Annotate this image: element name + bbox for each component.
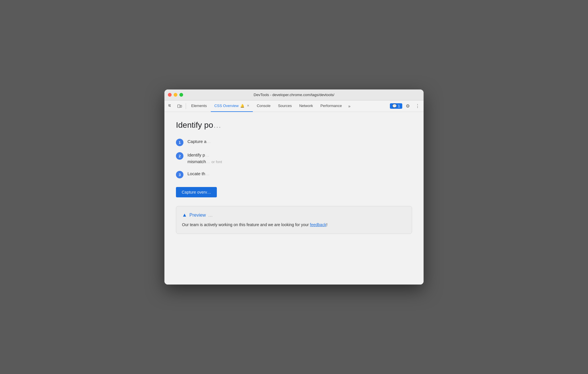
bell-icon: 🔔 [240,104,244,108]
chat-badge[interactable]: 💬 1 [390,103,402,109]
tab-close-icon[interactable]: ✕ [247,104,249,108]
device-toolbar-button[interactable] [175,102,184,110]
overlay-backdrop [164,112,424,285]
gear-icon: ⚙ [406,103,410,109]
traffic-lights [168,93,183,97]
toolbar-right: 💬 1 ⚙ ⋮ [390,102,422,110]
inspect-element-button[interactable] [166,102,175,110]
close-button[interactable] [168,93,172,97]
chat-icon: 💬 [392,104,397,108]
settings-button[interactable]: ⚙ [403,102,412,110]
vertical-dots-icon: ⋮ [415,103,420,109]
tab-elements[interactable]: Elements [188,100,210,112]
more-tabs-button[interactable]: » [346,104,353,108]
tab-sources[interactable]: Sources [274,100,295,112]
devtools-toolbar: Elements CSS Overview 🔔 ✕ Console Source… [164,100,424,112]
main-content: Identify po… 1 Capture a… 2 Identify p…m… [164,112,424,285]
more-options-button[interactable]: ⋮ [413,102,422,110]
tab-network[interactable]: Network [296,100,316,112]
maximize-button[interactable] [179,93,183,97]
tab-performance[interactable]: Performance [317,100,345,112]
window-title: DevTools - developer.chrome.com/tags/dev… [254,93,334,97]
browser-window: DevTools - developer.chrome.com/tags/dev… [164,89,424,285]
minimize-button[interactable] [174,93,177,97]
tab-css-overview[interactable]: CSS Overview 🔔 ✕ [211,100,253,112]
svg-rect-1 [180,105,182,107]
tab-console[interactable]: Console [253,100,274,112]
toolbar-divider [186,103,186,109]
svg-rect-0 [178,105,180,108]
title-bar: DevTools - developer.chrome.com/tags/dev… [164,89,424,100]
